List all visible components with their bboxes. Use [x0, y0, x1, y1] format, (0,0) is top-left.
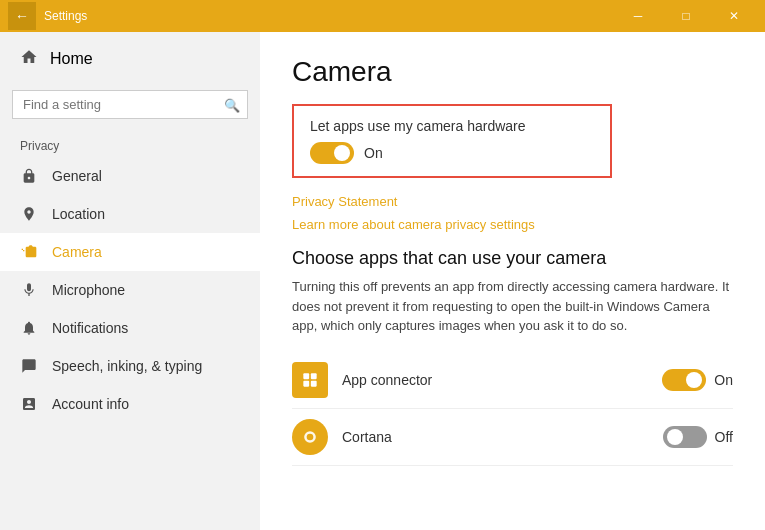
camera-toggle-track: [310, 142, 354, 164]
choose-apps-desc: Turning this off prevents an app from di…: [292, 277, 733, 336]
minimize-button[interactable]: ─: [615, 0, 661, 32]
camera-icon: [20, 243, 38, 261]
page-title: Camera: [292, 56, 733, 88]
svg-rect-3: [311, 380, 317, 386]
camera-toggle-box: Let apps use my camera hardware On: [292, 104, 612, 178]
content-area: Camera Let apps use my camera hardware O…: [260, 32, 765, 530]
sidebar-item-accountinfo[interactable]: Account info: [0, 385, 260, 423]
search-input[interactable]: [12, 90, 248, 119]
cortana-icon: [292, 419, 328, 455]
main-layout: Home 🔍 Privacy General Location Camera: [0, 32, 765, 530]
privacy-statement-link[interactable]: Privacy Statement: [292, 194, 733, 209]
camera-toggle-label: Let apps use my camera hardware: [310, 118, 594, 134]
title-bar: ← Settings ─ □ ✕: [0, 0, 765, 32]
sidebar-general-label: General: [52, 168, 102, 184]
sidebar-item-notifications[interactable]: Notifications: [0, 309, 260, 347]
sidebar-accountinfo-label: Account info: [52, 396, 129, 412]
sidebar-camera-label: Camera: [52, 244, 102, 260]
sidebar-home-label: Home: [50, 50, 93, 68]
sidebar-item-home[interactable]: Home: [0, 32, 260, 86]
svg-rect-1: [311, 373, 317, 379]
app-connector-state: On: [714, 372, 733, 388]
sidebar-item-speech[interactable]: Speech, inking, & typing: [0, 347, 260, 385]
cortana-thumb: [667, 429, 683, 445]
svg-rect-0: [303, 373, 309, 379]
cortana-name: Cortana: [342, 429, 663, 445]
camera-toggle[interactable]: [310, 142, 354, 164]
camera-toggle-row: On: [310, 142, 594, 164]
camera-toggle-thumb: [334, 145, 350, 161]
sidebar-item-microphone[interactable]: Microphone: [0, 271, 260, 309]
lock-icon: [20, 167, 38, 185]
sidebar-item-camera[interactable]: Camera: [0, 233, 260, 271]
search-icon: 🔍: [224, 97, 240, 112]
app-connector-track: [662, 369, 706, 391]
app-connector-toggle-area: On: [662, 369, 733, 391]
cortana-track: [663, 426, 707, 448]
app-item-connector: App connector On: [292, 352, 733, 409]
app-connector-name: App connector: [342, 372, 662, 388]
svg-point-5: [307, 433, 314, 440]
notifications-icon: [20, 319, 38, 337]
microphone-icon: [20, 281, 38, 299]
sidebar-notifications-label: Notifications: [52, 320, 128, 336]
location-icon: [20, 205, 38, 223]
search-box: 🔍: [12, 90, 248, 119]
sidebar-speech-label: Speech, inking, & typing: [52, 358, 202, 374]
app-connector-toggle[interactable]: [662, 369, 706, 391]
window-controls: ─ □ ✕: [615, 0, 757, 32]
cortana-state: Off: [715, 429, 733, 445]
app-connector-icon: [292, 362, 328, 398]
sidebar-section-label: Privacy: [0, 131, 260, 157]
accountinfo-icon: [20, 395, 38, 413]
sidebar: Home 🔍 Privacy General Location Camera: [0, 32, 260, 530]
maximize-button[interactable]: □: [663, 0, 709, 32]
cortana-toggle-area: Off: [663, 426, 733, 448]
camera-toggle-state: On: [364, 145, 383, 161]
learn-more-link[interactable]: Learn more about camera privacy settings: [292, 217, 733, 232]
back-button[interactable]: ←: [8, 2, 36, 30]
sidebar-item-location[interactable]: Location: [0, 195, 260, 233]
home-icon: [20, 48, 38, 70]
sidebar-microphone-label: Microphone: [52, 282, 125, 298]
sidebar-item-general[interactable]: General: [0, 157, 260, 195]
speech-icon: [20, 357, 38, 375]
svg-rect-2: [303, 380, 309, 386]
title-bar-title: Settings: [44, 9, 615, 23]
app-item-cortana: Cortana Off: [292, 409, 733, 466]
app-connector-thumb: [686, 372, 702, 388]
choose-apps-title: Choose apps that can use your camera: [292, 248, 733, 269]
close-button[interactable]: ✕: [711, 0, 757, 32]
sidebar-location-label: Location: [52, 206, 105, 222]
cortana-toggle[interactable]: [663, 426, 707, 448]
